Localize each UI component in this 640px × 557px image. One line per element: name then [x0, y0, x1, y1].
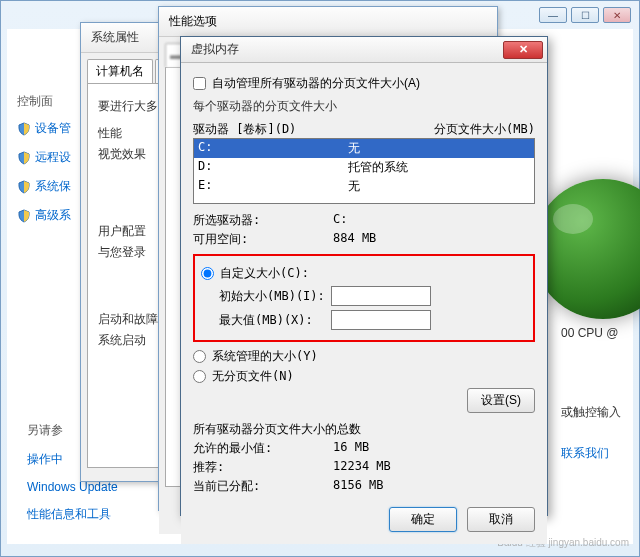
system-managed-radio-row: 系统管理的大小(Y)	[193, 348, 535, 365]
windows-orb-icon	[533, 179, 640, 319]
dialog-buttons: 确定 取消	[181, 497, 547, 544]
device-manager-link[interactable]: 设备管	[17, 114, 87, 143]
sidebar: 控制面 设备管 远程设 系统保 高级系	[17, 89, 87, 230]
advanced-system-link[interactable]: 高级系	[17, 201, 87, 230]
totals-title: 所有驱动器分页文件大小的总数	[193, 421, 535, 438]
virtual-memory-dialog: 虚拟内存 ✕ 自动管理所有驱动器的分页文件大小(A) 每个驱动器的分页文件大小 …	[180, 36, 548, 516]
custom-size-radio-row: 自定义大小(C):	[201, 265, 529, 282]
max-size-row: 最大值(MB)(X):	[201, 310, 529, 330]
close-button[interactable]: ✕	[503, 41, 543, 59]
auto-manage-label: 自动管理所有驱动器的分页文件大小(A)	[212, 75, 420, 92]
cancel-button[interactable]: 取消	[467, 507, 535, 532]
no-paging-row: 无分页文件(N)	[193, 368, 535, 385]
custom-size-highlight: 自定义大小(C): 初始大小(MB)(I): 最大值(MB)(X):	[193, 254, 535, 342]
tab-computer-name[interactable]: 计算机名	[87, 59, 153, 83]
drive-list[interactable]: C: 无 D: 托管的系统 E: 无	[193, 138, 535, 204]
auto-manage-row: 自动管理所有驱动器的分页文件大小(A)	[193, 75, 535, 92]
performance-info-link[interactable]: 性能信息和工具	[27, 500, 118, 529]
remote-settings-link[interactable]: 远程设	[17, 143, 87, 172]
shield-icon	[17, 122, 31, 136]
each-drive-label: 每个驱动器的分页文件大小	[193, 98, 535, 115]
close-button[interactable]: ✕	[603, 7, 631, 23]
selected-drive-row: 所选驱动器: C:	[193, 212, 535, 229]
initial-size-input[interactable]	[331, 286, 431, 306]
shield-icon	[17, 180, 31, 194]
shield-icon	[17, 209, 31, 223]
dialog-titlebar: 虚拟内存 ✕	[181, 37, 547, 63]
system-managed-radio[interactable]	[193, 350, 206, 363]
set-button[interactable]: 设置(S)	[467, 388, 535, 413]
min-allowed-row: 允许的最小值: 16 MB	[193, 440, 535, 457]
system-info: 00 CPU @ 或触控输入 联系我们	[561, 324, 621, 464]
ok-button[interactable]: 确定	[389, 507, 457, 532]
dialog-title: 性能选项	[159, 7, 497, 37]
available-space-row: 可用空间: 884 MB	[193, 231, 535, 248]
drive-row-c[interactable]: C: 无	[194, 139, 534, 158]
drivelist-header: 驱动器 [卷标](D) 分页文件大小(MB)	[193, 121, 535, 138]
minimize-button[interactable]: —	[539, 7, 567, 23]
recommended-row: 推荐: 12234 MB	[193, 459, 535, 476]
system-protection-link[interactable]: 系统保	[17, 172, 87, 201]
no-paging-radio[interactable]	[193, 370, 206, 383]
max-size-input[interactable]	[331, 310, 431, 330]
custom-size-radio[interactable]	[201, 267, 214, 280]
drive-row-d[interactable]: D: 托管的系统	[194, 158, 534, 177]
shield-icon	[17, 151, 31, 165]
initial-size-row: 初始大小(MB)(I):	[201, 286, 529, 306]
drive-row-e[interactable]: E: 无	[194, 177, 534, 196]
maximize-button[interactable]: ☐	[571, 7, 599, 23]
dialog-title: 虚拟内存	[191, 41, 239, 58]
virtual-memory-body: 自动管理所有驱动器的分页文件大小(A) 每个驱动器的分页文件大小 驱动器 [卷标…	[181, 63, 547, 495]
control-panel-label: 控制面	[17, 89, 87, 114]
currently-allocated-row: 当前已分配: 8156 MB	[193, 478, 535, 495]
auto-manage-checkbox[interactable]	[193, 77, 206, 90]
